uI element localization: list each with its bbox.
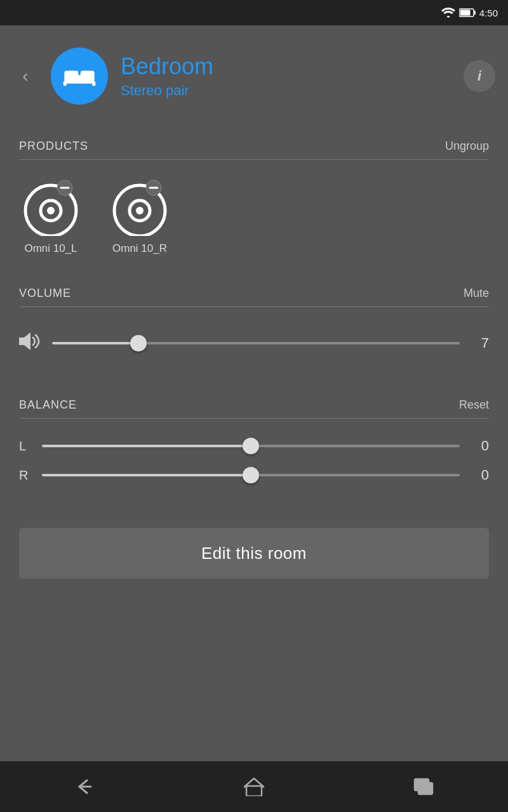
- product-icon-left: [19, 179, 83, 236]
- balance-value-left: 0: [470, 438, 489, 454]
- room-icon: [51, 48, 108, 105]
- product-icon-right: [108, 179, 171, 236]
- svg-rect-7: [92, 81, 95, 86]
- svg-rect-22: [418, 783, 432, 794]
- balance-slider-right[interactable]: [42, 474, 460, 476]
- svg-rect-4: [64, 71, 78, 80]
- volume-slider[interactable]: [52, 342, 460, 344]
- omni-icon-left: [19, 179, 83, 236]
- mute-button[interactable]: Mute: [464, 287, 489, 300]
- balance-section: BALANCE Reset L 0 R 0: [19, 386, 489, 490]
- svg-rect-6: [64, 81, 67, 86]
- ungroup-button[interactable]: Ungroup: [445, 140, 489, 153]
- reset-button[interactable]: Reset: [459, 398, 489, 412]
- products-section-header: PRODUCTS Ungroup: [19, 127, 489, 160]
- nav-home-icon: [244, 777, 264, 796]
- volume-section: VOLUME Mute 7: [19, 274, 489, 367]
- edit-room-button[interactable]: Edit this room: [19, 528, 489, 579]
- product-item-right[interactable]: Omni 10_R: [108, 179, 171, 255]
- balance-title: BALANCE: [19, 398, 77, 412]
- balance-section-header: BALANCE Reset: [19, 386, 489, 419]
- volume-title: VOLUME: [19, 287, 71, 300]
- svg-point-15: [136, 207, 144, 214]
- product-name-right: Omni 10_R: [112, 242, 167, 255]
- edit-button-wrap: Edit this room: [19, 515, 489, 591]
- svg-rect-5: [81, 71, 95, 80]
- svg-rect-1: [474, 11, 476, 15]
- room-subtitle: Stereo pair: [121, 82, 451, 99]
- back-button[interactable]: ‹: [13, 66, 38, 86]
- nav-recents-icon: [413, 778, 434, 796]
- volume-icon: [19, 332, 42, 354]
- status-icons: 4:50: [441, 8, 498, 18]
- info-button[interactable]: i: [464, 60, 495, 92]
- balance-slider-left[interactable]: [42, 445, 460, 447]
- balance-label-right: R: [19, 468, 32, 483]
- svg-rect-20: [246, 786, 262, 796]
- bedroom-icon: [62, 59, 97, 93]
- products-title: PRODUCTS: [19, 140, 88, 153]
- balance-label-left: L: [19, 439, 32, 454]
- room-info: Bedroom Stereo pair: [121, 53, 451, 99]
- bottom-nav: [0, 761, 508, 812]
- product-item-left[interactable]: Omni 10_L: [19, 179, 83, 255]
- products-grid: Omni 10_L Omni 10_R: [19, 173, 489, 274]
- nav-back-icon: [73, 778, 96, 796]
- volume-control: 7: [19, 320, 489, 367]
- status-bar: 4:50: [0, 0, 508, 25]
- nav-home-button[interactable]: [235, 768, 273, 806]
- balance-row-left: L 0: [19, 431, 489, 461]
- product-name-left: Omni 10_L: [24, 242, 77, 255]
- svg-marker-18: [19, 332, 30, 350]
- omni-icon-right: [108, 179, 171, 236]
- svg-point-10: [47, 207, 55, 214]
- header: ‹ Bedroom Stereo pair i: [0, 25, 508, 127]
- svg-rect-2: [460, 10, 470, 16]
- main-content: PRODUCTS Ungroup Omni 10_L: [0, 127, 508, 591]
- nav-recents-button[interactable]: [404, 768, 443, 806]
- volume-section-header: VOLUME Mute: [19, 274, 489, 307]
- battery-icon: [459, 8, 476, 17]
- status-time: 4:50: [479, 8, 498, 18]
- wifi-icon: [441, 8, 455, 18]
- balance-value-right: 0: [470, 467, 489, 483]
- balance-row-right: R 0: [19, 461, 489, 490]
- nav-back-button[interactable]: [65, 768, 104, 806]
- room-name: Bedroom: [121, 53, 451, 80]
- volume-value: 7: [470, 335, 489, 351]
